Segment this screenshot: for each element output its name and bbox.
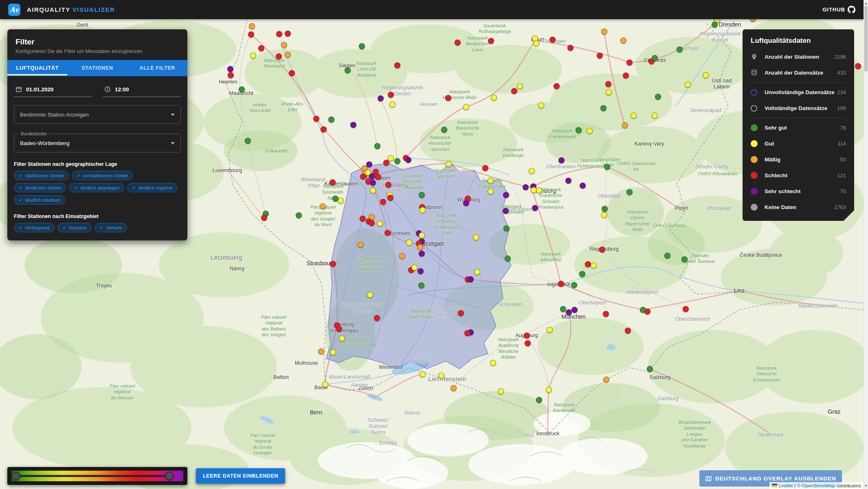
station-marker[interactable] bbox=[406, 240, 412, 246]
station-marker[interactable] bbox=[554, 83, 560, 89]
station-marker[interactable] bbox=[631, 112, 637, 119]
station-marker[interactable] bbox=[474, 269, 480, 275]
page-scrollbar[interactable] bbox=[864, 0, 868, 489]
station-marker[interactable] bbox=[417, 244, 423, 250]
station-marker[interactable] bbox=[420, 371, 426, 377]
scrollbar-thumb[interactable] bbox=[864, 6, 868, 71]
station-marker[interactable] bbox=[600, 105, 607, 111]
station-marker[interactable] bbox=[387, 195, 393, 201]
station-marker[interactable] bbox=[524, 333, 530, 339]
station-marker[interactable] bbox=[599, 247, 605, 253]
station-marker[interactable] bbox=[446, 161, 452, 167]
quality-gradient-track[interactable] bbox=[11, 471, 183, 481]
station-marker[interactable] bbox=[281, 42, 287, 48]
station-marker[interactable] bbox=[591, 262, 597, 269]
station-marker[interactable] bbox=[655, 94, 661, 100]
station-marker[interactable] bbox=[602, 206, 608, 212]
station-marker[interactable] bbox=[245, 138, 251, 144]
station-marker[interactable] bbox=[491, 95, 497, 101]
station-marker[interactable] bbox=[579, 271, 585, 277]
station-marker[interactable] bbox=[683, 306, 689, 312]
station-marker[interactable] bbox=[490, 360, 496, 366]
station-marker[interactable] bbox=[505, 256, 511, 262]
slider-handle-left[interactable] bbox=[11, 472, 20, 480]
station-marker[interactable] bbox=[560, 306, 566, 312]
station-marker[interactable] bbox=[567, 45, 574, 51]
station-marker[interactable] bbox=[523, 184, 529, 190]
station-marker[interactable] bbox=[703, 72, 709, 78]
station-marker[interactable] bbox=[378, 95, 384, 101]
station-marker[interactable] bbox=[536, 187, 542, 194]
station-marker[interactable] bbox=[604, 164, 610, 170]
station-marker[interactable] bbox=[445, 95, 451, 101]
station-marker[interactable] bbox=[664, 253, 670, 259]
station-marker[interactable] bbox=[685, 82, 691, 88]
station-marker[interactable] bbox=[626, 59, 633, 66]
scrollbar-up-arrow[interactable] bbox=[864, 1, 868, 6]
filter-chip[interactable]: ✓ländliches Gebiet bbox=[14, 183, 66, 192]
station-marker[interactable] bbox=[318, 348, 324, 355]
time-field[interactable]: 12:00 bbox=[103, 84, 181, 97]
station-marker[interactable] bbox=[601, 29, 607, 35]
station-marker[interactable] bbox=[330, 179, 336, 185]
station-marker[interactable] bbox=[587, 128, 593, 134]
station-marker[interactable] bbox=[606, 89, 612, 95]
station-marker[interactable] bbox=[250, 53, 256, 59]
station-marker[interactable] bbox=[418, 282, 424, 289]
station-marker[interactable] bbox=[374, 143, 380, 149]
station-marker[interactable] bbox=[285, 52, 291, 58]
station-marker[interactable] bbox=[261, 215, 267, 221]
station-marker[interactable] bbox=[276, 53, 282, 59]
station-marker[interactable] bbox=[547, 327, 553, 333]
station-marker[interactable] bbox=[420, 207, 426, 213]
station-marker[interactable] bbox=[571, 282, 577, 288]
station-marker[interactable] bbox=[538, 102, 544, 108]
station-marker[interactable] bbox=[367, 292, 373, 298]
station-marker[interactable] bbox=[332, 196, 338, 202]
station-marker[interactable] bbox=[419, 251, 425, 257]
station-marker[interactable] bbox=[605, 81, 611, 87]
station-marker[interactable] bbox=[549, 37, 556, 43]
station-marker[interactable] bbox=[394, 62, 400, 68]
station-marker[interactable] bbox=[585, 261, 591, 267]
station-marker[interactable] bbox=[411, 264, 418, 271]
slider-handle-right[interactable] bbox=[165, 472, 174, 480]
station-marker[interactable] bbox=[464, 330, 470, 336]
station-marker[interactable] bbox=[482, 165, 488, 171]
station-marker[interactable] bbox=[419, 192, 425, 198]
filter-chip[interactable]: ✓Hintergrund bbox=[14, 223, 55, 232]
station-marker[interactable] bbox=[360, 216, 366, 222]
station-marker[interactable] bbox=[532, 205, 538, 211]
station-marker[interactable] bbox=[546, 387, 552, 393]
station-marker[interactable] bbox=[677, 46, 683, 53]
station-marker[interactable] bbox=[385, 182, 391, 188]
github-link[interactable]: GITHUB bbox=[822, 6, 855, 13]
station-marker[interactable] bbox=[533, 40, 539, 46]
scrollbar-down-arrow[interactable] bbox=[864, 483, 868, 488]
station-marker[interactable] bbox=[855, 63, 861, 69]
filter-chip[interactable]: ✓ländlich abgelegen bbox=[69, 183, 124, 192]
station-marker[interactable] bbox=[389, 101, 396, 108]
station-marker[interactable] bbox=[503, 225, 510, 231]
leaflet-link[interactable]: Leaflet bbox=[779, 483, 793, 488]
station-marker[interactable] bbox=[525, 340, 531, 346]
station-marker[interactable] bbox=[380, 199, 386, 205]
station-marker[interactable] bbox=[625, 328, 631, 334]
tab-alle-filter[interactable]: ALLE FILTER bbox=[127, 60, 187, 76]
tab-luftqualit-t[interactable]: LUFTQUALITÄT bbox=[7, 60, 67, 76]
station-marker[interactable] bbox=[511, 88, 517, 94]
station-select[interactable]: Bestimmte Station Anzeigen bbox=[14, 105, 181, 124]
station-marker[interactable] bbox=[369, 173, 375, 179]
station-marker[interactable] bbox=[517, 83, 523, 89]
station-marker[interactable] bbox=[321, 126, 327, 132]
station-marker[interactable] bbox=[597, 53, 603, 59]
station-marker[interactable] bbox=[248, 31, 254, 37]
station-marker[interactable] bbox=[488, 188, 494, 194]
station-marker[interactable] bbox=[405, 157, 411, 163]
station-marker[interactable] bbox=[536, 397, 542, 403]
station-marker[interactable] bbox=[644, 308, 650, 315]
station-marker[interactable] bbox=[276, 31, 282, 37]
filter-chip[interactable]: ✓ländlich regional bbox=[127, 183, 177, 192]
station-marker[interactable] bbox=[338, 198, 344, 204]
station-marker[interactable] bbox=[622, 122, 628, 128]
